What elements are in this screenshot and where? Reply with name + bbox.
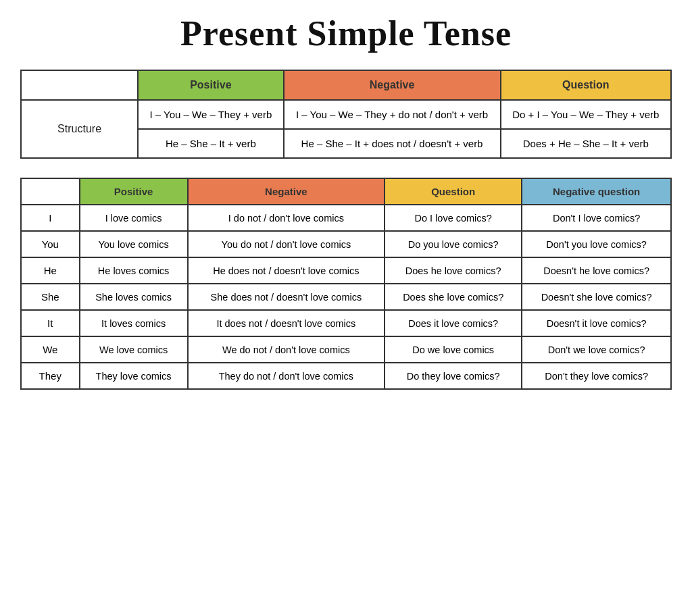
- question-cell: Does he love comics?: [385, 257, 522, 284]
- structure-row2-question: Does + He – She – It + verb: [501, 129, 671, 158]
- neg_question-cell: Don't we love comics?: [522, 336, 671, 363]
- subject-cell: I: [21, 205, 80, 231]
- structure-row-label: Structure: [21, 100, 138, 158]
- positive-cell: We love comics: [80, 336, 188, 363]
- question-cell: Do they love comics?: [385, 363, 522, 389]
- subject-cell: It: [21, 310, 80, 336]
- table-row: HeHe loves comicsHe does not / doesn't l…: [21, 257, 671, 284]
- table-row: WeWe love comicsWe do not / don't love c…: [21, 336, 671, 363]
- structure-row2-negative: He – She – It + does not / doesn't + ver…: [284, 129, 501, 158]
- table-row: II love comicsI do not / don't love comi…: [21, 205, 671, 231]
- question-cell: Does she love comics?: [385, 284, 522, 310]
- examples-table: Positive Negative Question Negative ques…: [20, 178, 672, 390]
- examples-header-neg-question: Negative question: [522, 178, 671, 205]
- negative-cell: She does not / doesn't love comics: [188, 284, 385, 310]
- question-cell: Do I love comics?: [385, 205, 522, 231]
- examples-header-positive: Positive: [80, 178, 188, 205]
- positive-cell: It loves comics: [80, 310, 188, 336]
- neg_question-cell: Don't you love comics?: [522, 231, 671, 257]
- negative-cell: They do not / don't love comics: [188, 363, 385, 389]
- table-row: YouYou love comicsYou do not / don't lov…: [21, 231, 671, 257]
- structure-row1-positive: I – You – We – They + verb: [138, 100, 283, 129]
- positive-cell: He loves comics: [80, 257, 188, 284]
- examples-header-negative: Negative: [188, 178, 385, 205]
- question-cell: Does it love comics?: [385, 310, 522, 336]
- examples-header-subject: [21, 178, 80, 205]
- structure-row2-positive: He – She – It + verb: [138, 129, 283, 158]
- subject-cell: She: [21, 284, 80, 310]
- table-row: SheShe loves comicsShe does not / doesn'…: [21, 284, 671, 310]
- subject-cell: He: [21, 257, 80, 284]
- negative-cell: He does not / doesn't love comics: [188, 257, 385, 284]
- structure-row1-question: Do + I – You – We – They + verb: [501, 100, 671, 129]
- examples-header-question: Question: [385, 178, 522, 205]
- neg_question-cell: Don't they love comics?: [522, 363, 671, 389]
- question-cell: Do we love comics: [385, 336, 522, 363]
- subject-cell: They: [21, 363, 80, 389]
- negative-cell: You do not / don't love comics: [188, 231, 385, 257]
- neg_question-cell: Don't I love comics?: [522, 205, 671, 231]
- question-cell: Do you love comics?: [385, 231, 522, 257]
- negative-cell: It does not / doesn't love comics: [188, 310, 385, 336]
- positive-cell: I love comics: [80, 205, 188, 231]
- structure-positive-header: Positive: [138, 70, 283, 100]
- subject-cell: You: [21, 231, 80, 257]
- structure-row1-negative: I – You – We – They + do not / don't + v…: [284, 100, 501, 129]
- positive-cell: You love comics: [80, 231, 188, 257]
- positive-cell: They love comics: [80, 363, 188, 389]
- structure-question-header: Question: [501, 70, 671, 100]
- negative-cell: I do not / don't love comics: [188, 205, 385, 231]
- table-row: ItIt loves comicsIt does not / doesn't l…: [21, 310, 671, 336]
- positive-cell: She loves comics: [80, 284, 188, 310]
- subject-cell: We: [21, 336, 80, 363]
- table-row: TheyThey love comicsThey do not / don't …: [21, 363, 671, 389]
- structure-table: Positive Negative Question Structure I –…: [20, 70, 672, 159]
- negative-cell: We do not / don't love comics: [188, 336, 385, 363]
- neg_question-cell: Doesn't he love comics?: [522, 257, 671, 284]
- page-title: Present Simple Tense: [20, 14, 672, 53]
- neg_question-cell: Doesn't it love comics?: [522, 310, 671, 336]
- neg_question-cell: Doesn't she love comics?: [522, 284, 671, 310]
- structure-negative-header: Negative: [284, 70, 501, 100]
